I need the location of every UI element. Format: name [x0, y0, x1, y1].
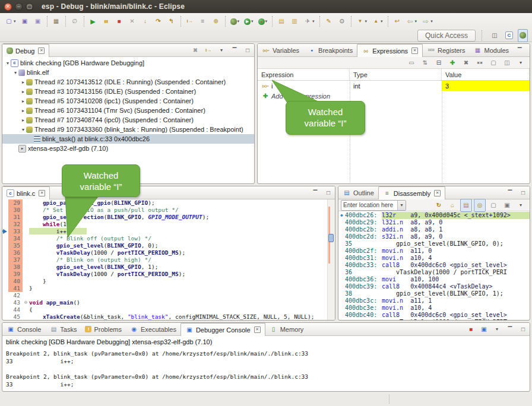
tab-expressions[interactable]: (x)Expressions✕ [357, 44, 423, 57]
run-button[interactable]: ▶▾ [242, 15, 255, 28]
breakpoint-gutter[interactable] [2, 306, 8, 313]
tree-expander-icon[interactable]: ▾ [12, 70, 18, 75]
skip-breakpoints-button[interactable]: ∅ [69, 15, 81, 28]
code-text[interactable] [29, 292, 335, 299]
disasm-instruction-row[interactable]: 400dbc3c:movi.n a11, 1 [338, 297, 530, 304]
tree-item[interactable]: ▸Thread #3 1073413156 (IDLE) (Suspended … [2, 87, 254, 96]
console-output[interactable]: Breakpoint 2, blink_task (pvParameter=0x… [2, 350, 530, 388]
tree-item[interactable]: ▸Thread #5 1073410208 (ipc1) (Suspended … [2, 96, 254, 106]
new-view-button[interactable]: ▢ [487, 199, 499, 212]
tree-item[interactable]: ▸Thread #2 1073413512 (IDLE : Running) (… [2, 77, 254, 87]
tab-memory[interactable]: ▯Memory [265, 323, 308, 335]
location-combo-dropdown-icon[interactable]: ▼ [397, 201, 406, 210]
tree-expander-icon[interactable]: ▸ [20, 99, 26, 104]
last-edit-button[interactable]: ↩ [391, 15, 403, 28]
code-line[interactable]: 41} [2, 285, 335, 292]
minimize-button[interactable]: ▔ [504, 187, 516, 199]
code-line[interactable]: 39 vTaskDelay(1000 / portTICK_PERIOD_MS)… [2, 271, 335, 278]
tab-problems[interactable]: !Problems [81, 323, 125, 335]
save-button[interactable]: ▣ [19, 15, 31, 28]
close-button[interactable]: ✕ [4, 3, 12, 11]
tree-expander-icon[interactable]: ▸ [20, 108, 26, 113]
view-menu-button[interactable]: ▾ [216, 45, 227, 56]
back-button[interactable]: ⇦▾ [404, 15, 419, 28]
tab-close-icon[interactable]: ✕ [434, 190, 441, 196]
code-text[interactable]: xTaskCreate(&blink_task, "blink_task", c… [29, 313, 335, 321]
external-tools-button[interactable]: ✈▾ [302, 15, 316, 28]
tab-disassembly[interactable]: ≡Disassembly✕ [378, 186, 445, 199]
code-line[interactable]: 36 vTaskDelay(1000 / portTICK_PERIOD_MS)… [2, 249, 335, 256]
new-wizard-button[interactable]: ▢▾ [3, 15, 18, 28]
disasm-instruction-row[interactable]: 400dbc40:call8 0x400dc6c0 <gpio_set_leve… [338, 312, 530, 319]
step-into-button[interactable]: ↓ [140, 15, 151, 28]
format-button[interactable]: ✎ [323, 15, 335, 28]
code-line[interactable]: 40 } [2, 278, 335, 285]
tab-outline[interactable]: ▤Outline [338, 186, 378, 199]
maximize-button[interactable]: □ [517, 187, 529, 199]
tree-item[interactable]: blink_task() at blink.c:33 0x400dbc26 [2, 134, 254, 144]
open-perspective-button[interactable]: ◫ [489, 29, 501, 42]
breakpoint-gutter[interactable] [2, 207, 8, 214]
debug-dropdown-icon[interactable]: ▾ [238, 19, 240, 24]
column-header-value[interactable]: Value [442, 69, 530, 80]
tree-expander-icon[interactable]: ▸ [20, 80, 26, 85]
code-text[interactable]: vTaskDelay(1000 / portTICK_PERIOD_MS); [29, 271, 335, 278]
disconnect-button[interactable]: ✕ [126, 15, 138, 28]
code-line[interactable]: 38 gpio_set_level(BLINK_GPIO, 1); [2, 264, 335, 271]
maximize-button[interactable]: □ [322, 187, 334, 199]
tree-item[interactable]: ▾blink.elf [2, 68, 254, 77]
code-text[interactable]: vTaskDelay(1000 / portTICK_PERIOD_MS); [29, 249, 335, 256]
forward-dropdown-icon[interactable]: ▾ [430, 19, 433, 24]
tree-expander-icon[interactable]: ▾ [5, 61, 11, 66]
code-line[interactable]: 35 gpio_set_level(BLINK_GPIO, 0); [2, 242, 335, 249]
code-line[interactable]: 43⊖void app_main() [2, 299, 335, 306]
console-display-button[interactable]: ▣ [478, 323, 490, 335]
tab-modules[interactable]: ▦Modules [470, 44, 514, 56]
disasm-instruction-row[interactable]: 400dbc3e:movi.n a10, 4 [338, 304, 530, 312]
code-text[interactable]: } [29, 278, 335, 285]
tab-close-icon[interactable]: ✕ [38, 47, 45, 54]
tab-close-icon[interactable]: ✕ [411, 47, 418, 54]
suspend-button[interactable]: ▮▮ [100, 15, 112, 28]
quick-access-button[interactable]: Quick Access [417, 30, 476, 42]
instruction-stepping-button[interactable]: i→ [202, 45, 214, 56]
code-line[interactable]: 31 gpio_set_direction(BLINK_GPIO, GPIO_M… [2, 214, 335, 221]
fold-marker-icon[interactable]: ⊖ [23, 299, 29, 306]
code-editor[interactable]: 29 gpio_pad_select_gpio(BLINK_GPIO);30 /… [2, 199, 335, 321]
next-annotation-dropdown-icon[interactable]: ▾ [365, 19, 368, 24]
disasm-instruction-row[interactable]: ◆400dbc26:l32r a9, 0x400d045c <_stext+10… [338, 212, 530, 219]
track-location-button[interactable]: ◎ [474, 199, 486, 212]
disasm-source-row[interactable]: 36 vTaskDelay(1000 / portTICK_PERI [338, 269, 530, 276]
location-combo-text[interactable]: Enter location here [341, 202, 397, 208]
new-view-button[interactable]: ▢ [487, 56, 499, 69]
prev-annotation-dropdown-icon[interactable]: ▾ [381, 19, 383, 24]
debug-config-button[interactable]: ⊕ [210, 15, 222, 28]
disasm-source-row[interactable]: vTaskDelay(1000 / portTICK_PERT [338, 319, 530, 321]
run-dropdown-icon[interactable]: ▾ [251, 19, 254, 24]
show-filters-button[interactable]: ≡ [197, 15, 209, 28]
view-menu-button[interactable]: ▾ [515, 56, 527, 69]
breakpoint-gutter[interactable] [2, 278, 8, 285]
open-folder-button[interactable]: ▤ [276, 15, 287, 28]
disassembly-listing[interactable]: ◆400dbc26:l32r a9, 0x400d045c <_stext+10… [338, 211, 530, 321]
debug-button[interactable]: ▾ [229, 15, 242, 28]
collapse-all-button[interactable]: ⊟ [433, 56, 445, 69]
tab-blink-c[interactable]: cblink.c✕ [2, 186, 50, 199]
tab-close-icon[interactable]: ✕ [39, 190, 45, 196]
tab-close-icon[interactable]: ✕ [254, 326, 261, 333]
code-text[interactable]: gpio_set_level(BLINK_GPIO, 0); [29, 242, 335, 249]
tree-item[interactable]: ▸Thread #6 1073431104 (Tmr Svc) (Suspend… [2, 106, 254, 115]
remove-all-expressions-button[interactable]: ✖✖ [474, 56, 486, 69]
tree-item[interactable]: ▾Thread #9 1073433360 (blink_task : Runn… [2, 125, 254, 134]
link-with-debug-button[interactable]: ◫ [501, 56, 513, 69]
profile-button[interactable]: ●▾ [256, 15, 270, 28]
show-logical-structure-button[interactable]: ⇅ [419, 56, 431, 69]
tree-item[interactable]: ▸Thread #7 1073408744 (ipc0) (Suspended … [2, 115, 254, 125]
show-source-button[interactable]: ▤ [460, 199, 472, 212]
maximize-button[interactable]: □ [527, 45, 530, 56]
minimize-button[interactable]: ▔ [504, 323, 516, 335]
maximize-button[interactable]: □ [517, 323, 529, 335]
maximize-button[interactable]: □ [242, 45, 254, 56]
location-combo[interactable]: Enter location here ▼ [341, 200, 406, 211]
home-button[interactable]: ⌂ [446, 199, 458, 212]
